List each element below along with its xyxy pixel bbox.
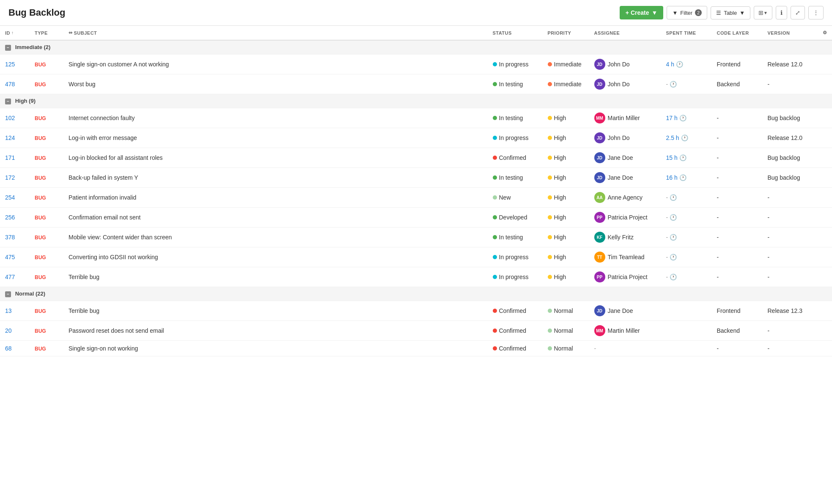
priority-dot [548, 309, 552, 313]
code-layer-text: - [717, 154, 719, 161]
col-header-type: TYPE [30, 26, 63, 40]
bug-id-link[interactable]: 378 [5, 234, 15, 241]
status-cell: Developed [493, 214, 538, 221]
bug-table: ID ↑ TYPE ⇔ SUBJECT STATUS PRIORITY ASSI… [0, 26, 832, 356]
bug-id-link[interactable]: 256 [5, 214, 15, 221]
status-cell: Confirmed [493, 345, 538, 352]
cell-spent-time: 4 h 🕐 [661, 55, 712, 74]
subject-text: Single sign-on not working [69, 345, 138, 352]
create-button[interactable]: + Create ▼ [620, 6, 664, 19]
code-layer-text: - [717, 254, 719, 260]
code-layer-text: - [717, 194, 719, 201]
col-header-subject[interactable]: ⇔ SUBJECT [63, 26, 488, 40]
assignee-name: Jane Doe [608, 174, 633, 181]
info-button[interactable]: ℹ [776, 6, 787, 19]
cell-spent-time: - 🕐 [661, 267, 712, 287]
code-layer-text: - [717, 234, 719, 241]
bug-id-link[interactable]: 102 [5, 115, 15, 121]
save-view-button[interactable]: ⊞ ▼ [754, 6, 772, 19]
version-text: - [768, 81, 770, 88]
status-text: In progress [499, 254, 529, 260]
cell-spent-time [661, 321, 712, 341]
avatar: TT [594, 252, 605, 263]
code-layer-text: - [717, 174, 719, 181]
cell-subject: Log-in with error message [63, 128, 488, 148]
bug-id-link[interactable]: 478 [5, 81, 15, 88]
more-options-button[interactable]: ⋮ [808, 6, 824, 19]
bug-id-link[interactable]: 68 [5, 345, 12, 352]
priority-cell: High [548, 214, 584, 221]
spent-time-value: 15 h 🕐 [666, 154, 707, 161]
filter-label: Filter [680, 10, 692, 16]
cell-subject: Converting into GDSII not working [63, 247, 488, 267]
collapse-icon[interactable]: − [5, 99, 11, 104]
fullscreen-button[interactable]: ⤢ [791, 6, 805, 19]
bug-id-link[interactable]: 477 [5, 274, 15, 280]
cell-status: In testing [488, 74, 543, 94]
cell-status: Developed [488, 208, 543, 227]
bug-id-link[interactable]: 171 [5, 154, 15, 161]
version-text: - [768, 214, 770, 221]
bug-id-link[interactable]: 20 [5, 327, 12, 334]
collapse-icon[interactable]: − [5, 291, 11, 297]
table-view-button[interactable]: ☰ Table ▼ [711, 6, 750, 19]
code-layer-text: Frontend [717, 61, 741, 68]
filter-button[interactable]: ▼ Filter 2 [667, 6, 707, 19]
status-cell: In testing [493, 174, 538, 181]
col-header-settings[interactable]: ⚙ [818, 26, 832, 40]
subject-text: Log-in with error message [69, 134, 137, 141]
status-cell: Confirmed [493, 154, 538, 161]
status-dot [493, 235, 497, 239]
version-text: - [768, 234, 770, 241]
bug-id-link[interactable]: 125 [5, 61, 15, 68]
bug-id-link[interactable]: 124 [5, 134, 15, 141]
cell-assignee: JD Jane Doe [589, 301, 661, 321]
cell-row-settings [818, 208, 832, 227]
status-text: Confirmed [499, 327, 527, 334]
bug-id-link[interactable]: 475 [5, 254, 15, 260]
avatar: JD [594, 305, 605, 316]
cell-priority: High [543, 188, 589, 208]
col-header-id[interactable]: ID ↑ [0, 26, 30, 40]
type-badge: BUG [35, 195, 46, 201]
collapse-icon[interactable]: − [5, 45, 11, 51]
assignee-cell: JD John Do [594, 132, 656, 143]
table-row: 124 BUG Log-in with error message In pro… [0, 128, 832, 148]
status-text: In testing [499, 81, 523, 88]
table-row: 125 BUG Single sign-on customer A not wo… [0, 55, 832, 74]
priority-text: Normal [554, 327, 573, 334]
cell-spent-time [661, 301, 712, 321]
subject-text: Mobile view: Content wider than screen [69, 234, 172, 241]
cell-code-layer: - [712, 128, 763, 148]
cell-id: 171 [0, 148, 30, 168]
priority-dot [548, 255, 552, 259]
cell-priority: Immediate [543, 55, 589, 74]
cell-row-settings [818, 301, 832, 321]
cell-spent-time: 15 h 🕐 [661, 148, 712, 168]
assignee-name: Patricia Project [608, 274, 648, 280]
table-row: 13 BUG Terrible bug Confirmed Normal [0, 301, 832, 321]
bug-id-link[interactable]: 254 [5, 194, 15, 201]
bug-id-link[interactable]: 13 [5, 307, 12, 314]
subject-text: Log-in blocked for all assistant roles [69, 154, 163, 161]
cell-subject: Terrible bug [63, 267, 488, 287]
subject-text: Patient information invalid [69, 194, 136, 201]
cell-spent-time: - 🕐 [661, 74, 712, 94]
status-dot [493, 175, 497, 180]
clock-icon: 🕐 [670, 234, 677, 241]
clock-icon: 🕐 [676, 61, 683, 68]
spent-time-value: 2.5 h 🕐 [666, 134, 707, 141]
bug-id-link[interactable]: 172 [5, 174, 15, 181]
group-row[interactable]: − Normal (22) [0, 287, 832, 301]
group-row[interactable]: − Immediate (2) [0, 40, 832, 55]
priority-cell: High [548, 194, 584, 201]
group-row[interactable]: − High (9) [0, 94, 832, 108]
cell-id: 124 [0, 128, 30, 148]
type-badge: BUG [35, 62, 46, 68]
priority-dot [548, 215, 552, 219]
version-text: Bug backlog [768, 154, 800, 161]
priority-text: Normal [554, 307, 573, 314]
assignee-cell: KF Kelly Fritz [594, 232, 656, 243]
cell-assignee: JD John Do [589, 74, 661, 94]
cell-assignee: JD Jane Doe [589, 168, 661, 188]
